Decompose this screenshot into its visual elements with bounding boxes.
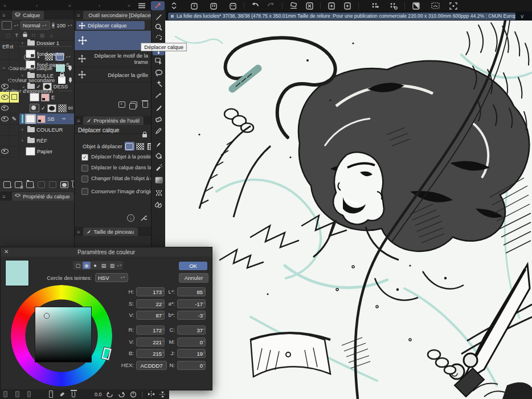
eye-icon[interactable]: [1, 84, 9, 89]
eye-icon[interactable]: [1, 116, 9, 121]
panel-menu-icon[interactable]: ≡: [2, 13, 5, 18]
menu-icon[interactable]: [135, 1, 149, 10]
layer-row-60[interactable]: ✓ 60: [0, 103, 74, 113]
move-tone-option-icon[interactable]: [136, 142, 145, 150]
panel-back-icon[interactable]: ‹: [95, 3, 104, 9]
undo-icon[interactable]: [248, 1, 262, 10]
field-n[interactable]: 0: [177, 361, 206, 370]
view-mode-icon[interactable]: [15, 391, 19, 397]
field-r[interactable]: 172: [136, 325, 165, 335]
edit-cell[interactable]: [10, 81, 19, 92]
tone-add-icon[interactable]: [369, 1, 382, 10]
subtool-item-deplacer-calque[interactable]: Déplacer calque: [75, 31, 152, 51]
edit-cell[interactable]: [10, 92, 19, 103]
ink-icon[interactable]: [60, 392, 65, 397]
zoom-icon[interactable]: [153, 22, 165, 32]
mode-stepper[interactable]: ▲▼: [117, 264, 122, 267]
stepper-icon[interactable]: ›: [203, 288, 205, 294]
layer-thumb-size-icon[interactable]: [2, 21, 12, 30]
panel-collapse-icon[interactable]: «: [124, 3, 134, 9]
checkbox-keep-original[interactable]: Conserver l'image d'origine: [75, 188, 158, 195]
new-folder-icon[interactable]: +: [26, 181, 34, 188]
delete-subtool-icon[interactable]: [142, 102, 148, 108]
view-mode-icon[interactable]: [3, 391, 7, 397]
field-h[interactable]: 173: [136, 287, 165, 296]
panel-collapse-icon[interactable]: «: [65, 3, 75, 9]
stepper-icon[interactable]: ›: [203, 362, 205, 367]
panel-back-icon[interactable]: ‹: [32, 3, 41, 9]
rotate-left-icon[interactable]: [106, 391, 113, 397]
visibility-cell[interactable]: [0, 103, 10, 114]
layer-row-couleur[interactable]: › COULEUR: [0, 124, 74, 135]
saturation-value-box[interactable]: [35, 307, 92, 363]
opacity-stepper[interactable]: ▲▼: [67, 25, 72, 27]
edit-cell[interactable]: [10, 48, 19, 60]
gesture-three-finger-icon[interactable]: [226, 1, 240, 10]
deselect-icon[interactable]: [302, 1, 316, 10]
stepper-icon[interactable]: ›: [203, 300, 205, 306]
panel-menu-icon[interactable]: ≡: [77, 118, 80, 124]
pen-icon[interactable]: [153, 103, 165, 113]
edit-cell[interactable]: [10, 135, 19, 146]
edit-cell[interactable]: [10, 124, 19, 136]
hue-ring-picker-icon[interactable]: ◉: [83, 262, 91, 269]
panel-menu-icon[interactable]: ≡: [2, 194, 5, 199]
page-next-icon[interactable]: [325, 1, 338, 10]
edit-cell[interactable]: [10, 59, 19, 71]
tab-propriete-du-calque[interactable]: Propriété du calque: [12, 192, 73, 201]
field-s[interactable]: 22: [136, 299, 165, 308]
layer-row-sb-selected[interactable]: ✎ SB ✑ ≡: [0, 113, 74, 124]
checkbox-move-to-clicked[interactable]: ✓ Déplacer l'objet à la position cliquée: [75, 154, 158, 161]
close-icon[interactable]: ✕: [4, 249, 9, 255]
chevron-down-icon[interactable]: ∨: [520, 13, 524, 19]
checkbox-move-in-selection[interactable]: Déplacer le calque dans la zone séle: [75, 165, 158, 172]
eraser-icon[interactable]: [153, 114, 165, 125]
brush-icon[interactable]: [153, 11, 165, 22]
wrench-icon[interactable]: [140, 215, 147, 222]
layer-row-dossier1[interactable]: › Dossier 1: [0, 38, 74, 48]
layer-row-fond-carton[interactable]: fond-carton: [0, 48, 74, 59]
layer-row-dess[interactable]: ⌄ ✓ DESS: [0, 81, 74, 92]
field-j[interactable]: 19: [177, 349, 206, 358]
page-prev-icon[interactable]: [341, 1, 354, 10]
document-tab[interactable]: La folie des lucioles* 37/38, 38/38 (478…: [168, 13, 515, 20]
layer-row-bulle[interactable]: › BULLE: [0, 70, 74, 81]
tablet-pointer-icon[interactable]: [151, 1, 165, 10]
tone-icon[interactable]: [153, 187, 165, 198]
eye-icon[interactable]: [1, 95, 9, 100]
transfer-down-icon[interactable]: [38, 181, 45, 188]
opacity-slider[interactable]: [52, 22, 55, 28]
airbrush-icon[interactable]: [153, 162, 165, 173]
layer-row-papier[interactable]: Papier: [0, 146, 74, 157]
export-icon[interactable]: [49, 390, 53, 398]
stepper-icon[interactable]: ›: [203, 350, 205, 355]
visibility-cell[interactable]: [0, 70, 10, 82]
reset-default-icon[interactable]: ↓: [127, 214, 134, 222]
view-mode-icon[interactable]: [27, 391, 31, 397]
lasso-icon[interactable]: [153, 67, 165, 78]
field-c[interactable]: 37: [177, 325, 206, 335]
visibility-cell[interactable]: [0, 92, 10, 103]
edit-cell[interactable]: [10, 146, 19, 157]
new-layer-icon[interactable]: +: [3, 181, 11, 188]
gesture-two-finger-icon[interactable]: [207, 1, 220, 10]
canvas[interactable]: [165, 21, 532, 399]
tab-proprietes-outil[interactable]: Propriétés de l'outil: [83, 116, 144, 125]
visibility-cell[interactable]: [0, 135, 10, 146]
blend-icon[interactable]: [153, 199, 165, 210]
panel-collapse-icon[interactable]: «: [0, 3, 10, 9]
rotate-right-icon[interactable]: [118, 391, 125, 397]
operation-icon[interactable]: [153, 56, 165, 67]
layer-row-fond-papier-5[interactable]: fond-papier-5: [0, 59, 74, 70]
checkbox-change-object-state[interactable]: Changer l'état de l'objet à déplacer: [75, 176, 158, 182]
edit-cell[interactable]: [10, 38, 19, 49]
subtool-item-deplacer-grille[interactable]: Déplacer la grille: [75, 67, 152, 83]
tab-taille-de-pinceau[interactable]: Taille de pinceau: [83, 227, 138, 236]
fit-screen-icon[interactable]: [447, 1, 460, 10]
subtool-item-deplacer-motif[interactable]: Déplacer le motif de la trame: [75, 51, 152, 67]
field-vert[interactable]: 221: [136, 337, 165, 347]
ok-button[interactable]: OK: [179, 262, 207, 270]
fill-bucket-icon[interactable]: [153, 150, 165, 161]
inking-pen-icon[interactable]: [153, 139, 165, 150]
add-subtool-icon[interactable]: +: [118, 101, 125, 108]
